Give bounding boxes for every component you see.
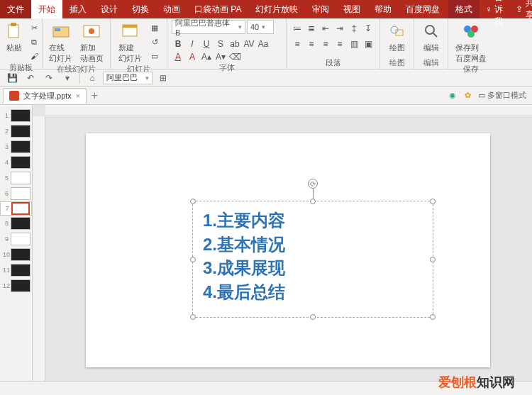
tab-slideshow[interactable]: 幻灯片放映 [248, 0, 305, 18]
slide-canvas[interactable]: ⟳ 1.主要内容2.基本情况3.成果展现4.最后总结 [86, 133, 490, 367]
case-button[interactable]: Aa [257, 38, 270, 50]
document-tab[interactable]: 文字处理.pptx × [3, 88, 87, 104]
user-icon[interactable]: ◉ [447, 90, 458, 101]
resize-handle-bm[interactable] [310, 314, 316, 320]
gear-icon[interactable]: ✿ [462, 90, 474, 101]
slide-thumb[interactable]: 12 [0, 278, 32, 294]
tab-animations[interactable]: 动画 [156, 0, 187, 18]
text-line: 2.基本情况 [203, 233, 423, 257]
home-icon[interactable]: ⌂ [84, 72, 100, 84]
align-center-button[interactable]: ≡ [305, 38, 318, 50]
font-size-select[interactable]: 40▾ [247, 20, 274, 34]
slide-number: 11 [3, 267, 9, 274]
font-name-select[interactable]: 阿里巴巴普惠体 B▾ [172, 20, 245, 34]
resize-handle-tr[interactable] [430, 199, 436, 204]
rotate-handle[interactable]: ⟳ [308, 179, 318, 189]
tab-insert[interactable]: 插入 [62, 0, 94, 18]
section-button[interactable]: ▭ [148, 50, 162, 62]
resize-handle-ml[interactable] [190, 257, 196, 262]
bullets-button[interactable]: ≔ [291, 23, 304, 34]
highlight-button[interactable]: A [186, 51, 199, 62]
reset-button[interactable]: ↺ [148, 35, 162, 48]
slide-thumb[interactable]: 4 [0, 155, 32, 170]
slide-thumb[interactable]: 8 [0, 216, 32, 231]
numbering-button[interactable]: ≣ [305, 23, 318, 34]
cut-button[interactable]: ✂ [27, 21, 41, 34]
undo-button[interactable]: ↶ [23, 72, 38, 84]
justify-button[interactable]: ≡ [333, 38, 346, 50]
slide-thumb[interactable]: 11 [0, 262, 32, 278]
indent-inc-button[interactable]: ⇥ [333, 23, 346, 34]
resize-handle-mr[interactable] [430, 257, 436, 262]
tab-transitions[interactable]: 切换 [125, 0, 156, 18]
qat-more-button[interactable]: ▾ [60, 72, 75, 84]
slide-thumb[interactable]: 3 [0, 139, 32, 155]
align-right-button[interactable]: ≡ [319, 38, 332, 50]
tab-format[interactable]: 格式 [448, 0, 480, 18]
qat-extra-button[interactable]: ⊞ [155, 72, 171, 84]
slide-thumb[interactable]: 5 [0, 170, 32, 186]
share-icon: ⇪ [516, 4, 523, 14]
save-netdisk-button[interactable]: 保存到 百度网盘 [453, 20, 489, 64]
clear-format-button[interactable]: A [172, 51, 184, 62]
editing-button[interactable]: 编辑 [419, 20, 443, 53]
resize-handle-br[interactable] [430, 314, 436, 320]
slide-thumb[interactable]: 1 [0, 108, 32, 123]
save-button[interactable]: 💾 [4, 72, 20, 84]
multiwindow-toggle[interactable]: ▭ 多窗口模式 [478, 90, 526, 101]
close-doc-icon[interactable]: × [76, 91, 80, 100]
new-doc-button[interactable]: + [87, 88, 102, 104]
share-button[interactable]: ⇪ 共享 [509, 0, 532, 18]
tell-me-label: 告诉我 [494, 0, 503, 28]
shrink-font-button[interactable]: A▾ [214, 51, 227, 62]
clear-button[interactable]: ⌫ [228, 51, 241, 62]
baidu-cloud-icon [461, 21, 481, 41]
smartart-button[interactable]: ▣ [362, 38, 375, 50]
slide-thumb[interactable]: 10 [0, 247, 32, 262]
copy-button[interactable]: ⧉ [27, 35, 41, 48]
line-spacing-button[interactable]: ‡ [348, 23, 360, 34]
slide-number: 2 [3, 128, 9, 135]
svg-point-10 [426, 26, 434, 34]
textbox-content[interactable]: 1.主要内容2.基本情况3.成果展现4.最后总结 [193, 201, 433, 311]
online-slides-button[interactable]: 在线 幻灯片 [47, 20, 75, 64]
redo-button[interactable]: ↷ [41, 72, 57, 84]
indent-dec-button[interactable]: ⇤ [319, 23, 332, 34]
align-left-button[interactable]: ≡ [291, 38, 304, 50]
grow-font-button[interactable]: A▴ [200, 51, 213, 62]
resize-handle-bl[interactable] [190, 314, 196, 320]
slide-thumb[interactable]: 7 [0, 201, 32, 216]
columns-button[interactable]: ▥ [348, 38, 360, 50]
layout-button[interactable]: ▦ [148, 21, 162, 34]
tab-netdisk[interactable]: 百度网盘 [399, 0, 447, 18]
format-painter-button[interactable]: 🖌 [27, 50, 41, 62]
spacing-button[interactable]: AV [243, 38, 255, 50]
resize-handle-tl[interactable] [190, 199, 196, 204]
tell-me[interactable]: ♀ 告诉我 [480, 0, 509, 18]
tab-file[interactable]: 文件 [0, 0, 31, 18]
new-slide-button[interactable]: 新建 幻灯片 [115, 20, 145, 64]
new-anim-page-button[interactable]: 新加 动画页 [78, 20, 106, 64]
underline-button[interactable]: U [200, 38, 213, 50]
strike-button[interactable]: S [214, 38, 227, 50]
text-direction-button[interactable]: ↧ [362, 23, 375, 34]
slide-thumb[interactable]: 6 [0, 186, 32, 201]
resize-handle-tm[interactable] [310, 199, 316, 204]
textbox-selected[interactable]: ⟳ 1.主要内容2.基本情况3.成果展现4.最后总结 [192, 201, 433, 318]
tab-pocket[interactable]: 口袋动画 PA [187, 0, 248, 18]
tab-review[interactable]: 审阅 [305, 0, 336, 18]
italic-button[interactable]: I [186, 38, 199, 50]
slide-thumb[interactable]: 2 [0, 123, 32, 139]
tab-view[interactable]: 视图 [336, 0, 367, 18]
tab-help[interactable]: 帮助 [367, 0, 399, 18]
slide-thumb[interactable]: 9 [0, 231, 32, 247]
shadow-button[interactable]: ab [228, 38, 241, 50]
qat-font-select[interactable]: 阿里巴巴 ▾ [103, 72, 153, 84]
bold-button[interactable]: B [172, 38, 184, 50]
watermark-a: 爱刨根 [438, 375, 477, 389]
drawing-button[interactable]: 绘图 [384, 20, 409, 53]
slide-thumb-img [11, 187, 31, 200]
tab-design[interactable]: 设计 [94, 0, 125, 18]
paste-button[interactable]: 粘贴 [4, 20, 24, 53]
tab-home[interactable]: 开始 [31, 0, 62, 18]
